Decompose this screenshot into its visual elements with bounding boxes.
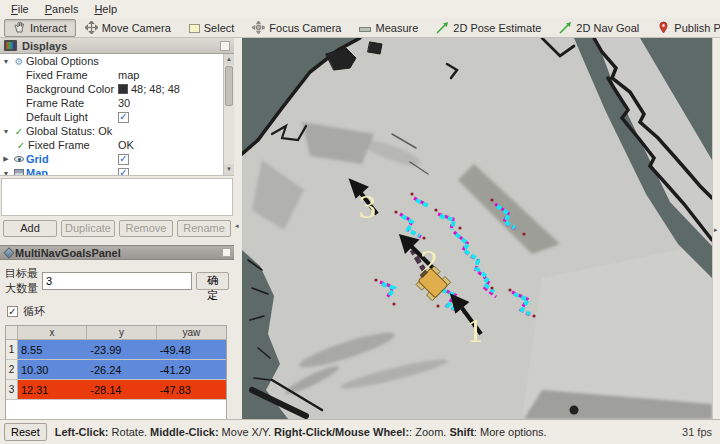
tree-row-label: Fixed Frame (26, 69, 88, 81)
column-header-x[interactable]: x (18, 326, 87, 339)
multinavgoals-panel-header[interactable]: MultiNavGoalsPanel (0, 245, 234, 260)
green-arrow-icon (559, 21, 572, 34)
tool-label: Measure (375, 22, 418, 34)
panel-splitter[interactable]: ◂ (234, 38, 242, 419)
map-canvas[interactable]: 3 2 1 (242, 38, 712, 419)
remove-display-button[interactable]: Remove (119, 220, 173, 237)
expander-open-icon[interactable]: ▼ (0, 58, 12, 65)
expander-closed-icon[interactable]: ▶ (0, 155, 12, 163)
rename-display-button[interactable]: Rename (177, 220, 231, 237)
scroll-up-icon[interactable]: ▲ (224, 54, 234, 65)
tool-select[interactable]: Select (180, 19, 244, 37)
tool-focus-camera[interactable]: Focus Camera (243, 19, 350, 37)
status-ok-icon: ✓ (14, 140, 28, 151)
tool-interact[interactable]: Interact (4, 19, 76, 37)
cell-yaw[interactable]: -41.29 (157, 360, 226, 379)
hand-icon (13, 21, 26, 34)
reset-view-button[interactable]: Reset (4, 423, 47, 441)
map-layer-icon (12, 169, 26, 177)
monitor-icon (4, 40, 17, 51)
tree-row-global-status[interactable]: ▼ ✓ Global Status: Ok (0, 124, 234, 138)
scrollbar-thumb[interactable] (225, 66, 233, 106)
collapse-left-icon[interactable]: ◂ (235, 222, 239, 230)
right-splitter[interactable]: ▸ (712, 38, 720, 419)
mouse-help-text: Left-Click: Rotate. Middle-Click: Move X… (55, 426, 547, 438)
tool-label: Move Camera (102, 22, 171, 34)
expander-open-icon[interactable]: ▼ (0, 128, 12, 135)
goal-number-3: 3 (358, 190, 377, 225)
table-row[interactable]: 3 12.31 -28.14 -47.83 (6, 380, 226, 400)
displays-panel-header[interactable]: Displays (0, 38, 234, 54)
menu-file[interactable]: File (4, 2, 36, 16)
tree-row-map[interactable]: ▼ Map ✓ (0, 166, 234, 176)
tree-row-fixed-frame-status[interactable]: ✓ Fixed Frame OK (0, 138, 234, 152)
tree-row-label: Frame Rate (26, 97, 84, 109)
render-viewport[interactable]: 3 2 1 (242, 38, 712, 419)
expander-open-icon[interactable]: ▼ (0, 170, 12, 177)
tree-row-value[interactable]: 30 (118, 97, 130, 109)
tree-row-value[interactable]: map (118, 69, 139, 81)
move-arrows-icon (85, 21, 98, 34)
column-header-y[interactable]: y (87, 326, 156, 339)
cell-y[interactable]: -28.14 (87, 380, 156, 399)
table-row[interactable]: 1 8.55 -23.99 -49.48 (6, 340, 226, 360)
loop-label: 循环 (23, 304, 45, 319)
tool-move-camera[interactable]: Move Camera (76, 19, 180, 37)
cell-x[interactable]: 8.55 (18, 340, 87, 359)
multinavgoals-panel-title: MultiNavGoalsPanel (15, 247, 121, 259)
checkbox-checked[interactable]: ✓ (118, 168, 129, 177)
status-ok-icon: ✓ (12, 126, 26, 137)
checkbox-checked[interactable]: ✓ (118, 154, 129, 165)
tree-row-background-color[interactable]: Background Color 48; 48; 48 (0, 82, 234, 96)
tree-row-grid[interactable]: ▶ Grid ✓ (0, 152, 234, 166)
cell-y[interactable]: -23.99 (87, 340, 156, 359)
scroll-down-icon[interactable]: ▼ (224, 164, 234, 175)
cell-x[interactable]: 12.31 (18, 380, 87, 399)
column-header-yaw[interactable]: yaw (157, 326, 226, 339)
displays-button-row: Add Duplicate Remove Rename (0, 218, 234, 239)
row-number: 1 (6, 340, 18, 359)
cell-x[interactable]: 10.30 (18, 360, 87, 379)
tool-bar: Interact Move Camera Select Focus Camera… (0, 18, 720, 38)
tree-row-frame-rate[interactable]: Frame Rate 30 (0, 96, 234, 110)
tree-row-label: Map (26, 167, 48, 176)
tree-row-fixed-frame[interactable]: Fixed Frame map (0, 68, 234, 82)
tree-row-value[interactable]: 48; 48; 48 (118, 83, 180, 95)
menu-help[interactable]: Help (87, 2, 124, 16)
loop-checkbox[interactable]: ✓ (7, 306, 18, 317)
select-box-icon (189, 24, 200, 33)
multinavgoals-panel-body: 目标最大数量 确定 ✓ 循环 x y yaw 1 8.55 -23.99 (0, 260, 234, 444)
panel-diamond-icon (3, 247, 14, 258)
table-corner (6, 326, 18, 339)
gear-icon: ⚙ (12, 56, 26, 67)
cell-yaw[interactable]: -49.48 (157, 340, 226, 359)
display-description-box (1, 178, 233, 216)
tool-label: Publish Point (674, 22, 720, 34)
tool-publish-point[interactable]: Publish Point (648, 19, 720, 37)
table-row[interactable]: 2 10.30 -26.24 -41.29 (6, 360, 226, 380)
cell-y[interactable]: -26.24 (87, 360, 156, 379)
status-bar: Reset Left-Click: Rotate. Middle-Click: … (0, 419, 720, 444)
tree-row-global-options[interactable]: ▼ ⚙ Global Options (0, 54, 234, 68)
collapse-right-icon[interactable]: ▸ (714, 226, 718, 234)
tool-label: 2D Pose Estimate (453, 22, 541, 34)
panel-float-button[interactable] (220, 41, 230, 51)
tool-measure[interactable]: Measure (350, 19, 427, 37)
confirm-button[interactable]: 确定 (196, 272, 229, 290)
tree-row-default-light[interactable]: Default Light ✓ (0, 110, 234, 124)
tool-2d-nav-goal[interactable]: 2D Nav Goal (550, 19, 648, 37)
menu-panels[interactable]: Panels (38, 2, 86, 16)
tree-row-label: Fixed Frame (28, 139, 90, 151)
max-goal-input[interactable] (42, 272, 192, 290)
tree-row-label: Global Status: Ok (26, 125, 112, 137)
duplicate-display-button[interactable]: Duplicate (61, 220, 115, 237)
tree-scrollbar[interactable]: ▲ ▼ (223, 54, 234, 175)
add-display-button[interactable]: Add (3, 220, 57, 237)
tool-2d-pose-estimate[interactable]: 2D Pose Estimate (427, 19, 550, 37)
panel-float-button[interactable] (222, 248, 231, 257)
goals-table-header: x y yaw (6, 326, 226, 340)
cell-yaw[interactable]: -47.83 (157, 380, 226, 399)
menu-bar: File Panels Help (0, 0, 720, 18)
left-panel-column: Displays ▼ ⚙ Global Options Fixed Frame … (0, 38, 234, 419)
checkbox-checked[interactable]: ✓ (118, 112, 129, 123)
